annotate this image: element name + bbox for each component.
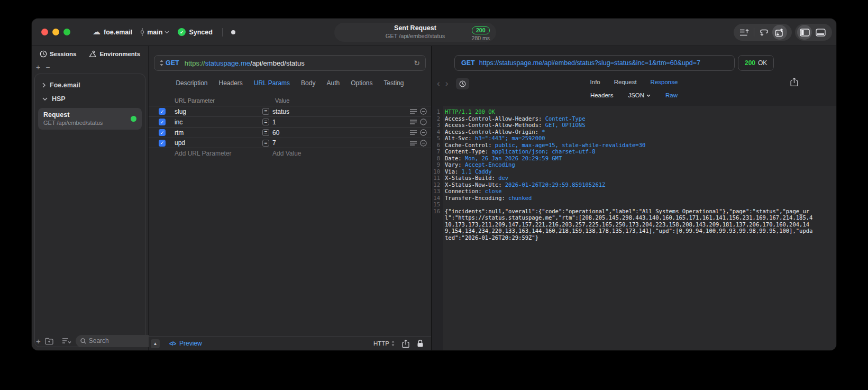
remove-row-icon[interactable] xyxy=(420,129,427,136)
request-summary-pill[interactable]: Sent Request GET /api/embed/status 200 2… xyxy=(334,23,496,42)
equals-icon: = xyxy=(262,129,269,136)
param-name[interactable]: rtm xyxy=(175,129,184,137)
row-menu-icon[interactable] xyxy=(410,141,417,146)
branch-selector[interactable]: main xyxy=(140,28,169,36)
subtab-raw[interactable]: Raw xyxy=(665,92,678,98)
chevron-down-icon xyxy=(165,31,169,34)
sort-filter-button[interactable] xyxy=(62,338,71,344)
subtab-json[interactable]: JSON xyxy=(628,92,651,98)
column-header-name: URL Parameter xyxy=(175,97,215,104)
row-menu-icon[interactable] xyxy=(410,130,417,135)
share-icon xyxy=(790,77,798,87)
sidebar-tabs: Sessions Environments xyxy=(32,50,148,58)
tab-headers[interactable]: Headers xyxy=(218,79,242,87)
add-param-row[interactable]: Add URL Parameter Add Value xyxy=(149,148,431,159)
tree-group-foe-email[interactable]: Foe.email xyxy=(35,78,145,92)
tab-response[interactable]: Response xyxy=(651,79,678,85)
tab-url-params[interactable]: URL Params xyxy=(254,79,290,87)
param-name[interactable]: upd xyxy=(175,139,185,147)
param-value[interactable]: 1 xyxy=(272,119,276,126)
chevron-right-icon xyxy=(42,83,45,88)
url-scheme: https:// xyxy=(185,59,205,67)
response-line: 14Transfer-Encoding: chunked xyxy=(432,195,836,202)
preview-button[interactable]: </> Preview xyxy=(169,340,202,347)
add-value-placeholder[interactable]: Add Value xyxy=(272,150,301,157)
bottom-panel-icon xyxy=(816,29,826,37)
param-value[interactable]: 60 xyxy=(272,129,279,137)
remove-row-icon[interactable] xyxy=(420,140,427,147)
lock-button[interactable] xyxy=(417,339,424,348)
subtab-headers[interactable]: Headers xyxy=(590,92,613,98)
tab-auth[interactable]: Auth xyxy=(326,79,340,87)
zoom-button[interactable] xyxy=(63,29,70,35)
sync-status[interactable]: ✓ Synced xyxy=(178,28,212,36)
param-checkbox[interactable]: ✓ xyxy=(159,140,166,147)
tab-request[interactable]: Request xyxy=(614,79,637,85)
box-transfer-icon xyxy=(775,28,784,37)
sent-request-url-box[interactable]: GET https://statuspage.me/api/embed/stat… xyxy=(454,55,735,71)
param-checkbox[interactable]: ✓ xyxy=(159,108,166,115)
tab-testing[interactable]: Testing xyxy=(384,79,404,87)
request-item-title: Request xyxy=(43,111,136,119)
tab-body[interactable]: Body xyxy=(301,79,315,87)
sidebar-request-item[interactable]: Request GET /api/embed/status xyxy=(38,108,142,130)
row-menu-icon[interactable] xyxy=(410,109,417,114)
method-stepper[interactable] xyxy=(160,60,163,66)
remove-session-button[interactable]: − xyxy=(45,63,50,71)
tab-sessions[interactable]: Sessions xyxy=(40,50,77,58)
new-group-button[interactable] xyxy=(45,338,53,344)
param-checkbox[interactable]: ✓ xyxy=(159,119,166,125)
collapse-panel-button[interactable]: ▲ xyxy=(151,339,160,348)
project-name[interactable]: foe.email xyxy=(104,29,132,36)
preview-label: Preview xyxy=(179,340,202,347)
add-session-button[interactable]: + xyxy=(36,63,40,71)
tab-description[interactable]: Description xyxy=(176,79,207,87)
summary-subtitle: GET /api/embed/status xyxy=(386,33,445,40)
minimize-button[interactable] xyxy=(52,29,59,35)
response-nav-row: ‹ › Info Request Response xyxy=(432,77,836,91)
sent-url: https://statuspage.me/api/embed/status?s… xyxy=(479,59,700,67)
close-button[interactable] xyxy=(41,29,48,35)
protocol-selector[interactable]: HTTP xyxy=(373,340,395,347)
response-raw-view[interactable]: 1HTTP/1.1 200 OK2Access-Control-Allow-He… xyxy=(432,106,836,350)
request-url[interactable]: https://statuspage.me/api/embed/status xyxy=(185,59,305,67)
response-line: 3Access-Control-Allow-Methods: GET, OPTI… xyxy=(432,122,836,129)
line-number: 5 xyxy=(432,135,443,142)
tab-environments[interactable]: Environments xyxy=(89,50,140,58)
titlebar-actions-group xyxy=(734,24,792,41)
line-number: 14 xyxy=(432,195,443,202)
response-line: 5Alt-Svc: h3=":443"; ma=2592000 xyxy=(432,135,836,142)
tree-group-hsp[interactable]: HSP xyxy=(35,92,145,106)
main-content: Sessions Environments + − Foe.em xyxy=(32,46,836,350)
row-menu-icon[interactable] xyxy=(410,120,417,124)
toggle-bottom-panel-button[interactable] xyxy=(813,25,828,40)
param-value[interactable]: status xyxy=(272,108,289,115)
request-url-bar[interactable]: GET https://statuspage.me/api/embed/stat… xyxy=(154,55,426,71)
request-queue-button[interactable] xyxy=(737,25,752,40)
resend-icon[interactable]: ↻ xyxy=(414,59,420,67)
param-checkbox[interactable]: ✓ xyxy=(159,129,166,136)
param-name[interactable]: inc xyxy=(175,119,182,126)
remove-row-icon[interactable] xyxy=(420,119,427,125)
new-request-button[interactable]: + xyxy=(36,337,41,346)
send-request-button[interactable] xyxy=(772,25,787,40)
export-button[interactable] xyxy=(790,77,798,87)
response-line: 2Access-Control-Allow-Headers: Content-T… xyxy=(432,115,836,122)
param-row[interactable]: ✓ upd = 7 xyxy=(149,138,431,148)
param-name[interactable]: slug xyxy=(175,108,186,115)
sync-pull-button[interactable] xyxy=(756,25,771,40)
param-row[interactable]: ✓ rtm = 60 xyxy=(149,127,431,138)
request-footer: ▲ </> Preview HTTP xyxy=(149,336,431,350)
remove-row-icon[interactable] xyxy=(420,108,427,115)
subtab-headers-label: Headers xyxy=(590,92,613,98)
add-parameter-placeholder[interactable]: Add URL Parameter xyxy=(175,150,232,157)
param-row[interactable]: ✓ slug = status xyxy=(149,106,431,116)
tab-options[interactable]: Options xyxy=(351,79,372,87)
param-row[interactable]: ✓ inc = 1 xyxy=(149,116,431,127)
response-lines: 1HTTP/1.1 200 OK2Access-Control-Allow-He… xyxy=(432,108,836,241)
share-button[interactable] xyxy=(402,339,409,348)
tab-info[interactable]: Info xyxy=(590,79,600,85)
param-value[interactable]: 7 xyxy=(272,139,276,147)
sessions-well: Foe.email HSP Request GET /api/embed/sta… xyxy=(34,74,145,347)
toggle-sidebar-button[interactable] xyxy=(797,25,812,40)
